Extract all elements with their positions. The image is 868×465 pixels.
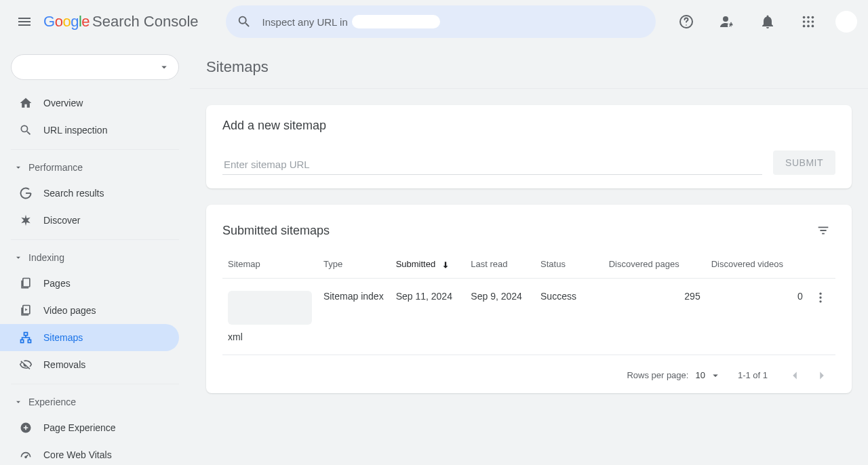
property-selector[interactable] xyxy=(11,54,179,80)
sidebar-item-label: Video pages xyxy=(43,305,96,316)
app-header: Google Search Console Inspect any URL in xyxy=(0,0,868,43)
sidebar-item-label: Discover xyxy=(43,215,80,226)
sidebar-item-label: Core Web Vitals xyxy=(43,449,112,460)
sidebar-item-core-web-vitals[interactable]: Core Web Vitals xyxy=(0,441,179,465)
sidebar-section-indexing[interactable]: Indexing xyxy=(0,245,190,270)
filter-button[interactable] xyxy=(811,218,835,243)
sidebar-item-label: Page Experience xyxy=(43,422,116,433)
sidebar-item-sitemaps[interactable]: Sitemaps xyxy=(0,324,179,351)
cell-discovered-pages: 295 xyxy=(604,278,706,355)
table-row[interactable]: xml Sitemap index Sep 11, 2024 Sep 9, 20… xyxy=(222,278,835,355)
cell-status: Success xyxy=(535,278,604,355)
sidebar-item-label: Sitemaps xyxy=(43,332,83,343)
cell-submitted: Sep 11, 2024 xyxy=(391,278,466,355)
account-avatar[interactable] xyxy=(835,11,857,33)
cell-sitemap: xml xyxy=(222,278,318,355)
prev-page-button[interactable] xyxy=(784,365,806,386)
svg-point-2 xyxy=(803,16,806,19)
svg-point-1 xyxy=(686,24,687,26)
apps-button[interactable] xyxy=(795,8,822,35)
next-page-button[interactable] xyxy=(811,365,833,386)
sidebar-item-discover[interactable]: Discover xyxy=(0,207,179,234)
search-placeholder-prefix: Inspect any URL in xyxy=(262,16,348,28)
col-status[interactable]: Status xyxy=(535,251,604,278)
cell-discovered-videos: 0 xyxy=(706,278,808,355)
main-content: Sitemaps Add a new sitemap SUBMIT Submit… xyxy=(190,43,868,465)
col-submitted[interactable]: Submitted xyxy=(391,251,466,278)
svg-rect-11 xyxy=(23,279,30,287)
asterisk-icon xyxy=(19,214,33,227)
google-g-icon xyxy=(19,186,33,200)
sidebar-item-page-experience[interactable]: Page Experience xyxy=(0,414,179,441)
help-button[interactable] xyxy=(673,8,700,35)
arrow-down-icon xyxy=(441,260,450,270)
notifications-button[interactable] xyxy=(754,8,781,35)
sidebar-item-removals[interactable]: Removals xyxy=(0,351,179,378)
sidebar-item-label: Search results xyxy=(43,188,104,199)
url-inspect-search[interactable]: Inspect any URL in xyxy=(226,5,656,38)
apps-grid-icon xyxy=(801,14,816,29)
page-title: Sitemaps xyxy=(206,43,852,88)
user-settings-button[interactable] xyxy=(713,8,741,35)
hamburger-menu-button[interactable] xyxy=(11,8,38,35)
submit-button[interactable]: SUBMIT xyxy=(773,150,835,175)
svg-point-4 xyxy=(812,16,814,19)
col-discovered-videos[interactable]: Discovered videos xyxy=(706,251,808,278)
table-header-row: Sitemap Type Submitted Last read Status … xyxy=(222,251,835,278)
sitemap-url-redacted xyxy=(228,291,312,325)
product-logo[interactable]: Google Search Console xyxy=(43,13,199,31)
sidebar-section-performance[interactable]: Performance xyxy=(0,155,190,180)
sidebar-item-search-results[interactable]: Search results xyxy=(0,180,179,207)
more-vert-icon xyxy=(814,291,827,304)
svg-point-10 xyxy=(812,25,814,28)
svg-point-6 xyxy=(807,20,810,23)
submitted-sitemaps-card: Submitted sitemaps Sitemap Type Submitte… xyxy=(206,205,852,393)
plus-circle-icon xyxy=(19,421,33,434)
row-actions-button[interactable] xyxy=(808,278,835,355)
sidebar-item-label: Pages xyxy=(43,278,71,289)
add-sitemap-card: Add a new sitemap SUBMIT xyxy=(206,105,852,188)
svg-point-20 xyxy=(819,300,821,302)
chevron-down-icon xyxy=(14,163,23,172)
search-icon xyxy=(237,14,252,29)
home-icon xyxy=(19,96,33,110)
sidebar-item-video-pages[interactable]: Video pages xyxy=(0,297,179,324)
svg-point-8 xyxy=(803,25,806,28)
chevron-left-icon xyxy=(787,368,802,383)
sidebar: Overview URL inspection Performance Sear… xyxy=(0,43,190,465)
svg-point-7 xyxy=(812,20,814,23)
help-icon xyxy=(678,14,694,30)
sidebar-item-pages[interactable]: Pages xyxy=(0,270,179,297)
menu-icon xyxy=(16,14,33,30)
search-icon xyxy=(19,123,33,137)
col-sitemap[interactable]: Sitemap xyxy=(222,251,318,278)
cell-type: Sitemap index xyxy=(318,278,391,355)
video-pages-icon xyxy=(19,304,33,317)
pages-icon xyxy=(19,277,33,290)
sidebar-item-url-inspection[interactable]: URL inspection xyxy=(0,117,179,144)
filter-icon xyxy=(816,223,831,238)
sidebar-item-label: URL inspection xyxy=(43,125,107,136)
svg-point-3 xyxy=(807,16,810,19)
svg-point-9 xyxy=(807,25,810,28)
sidebar-section-experience[interactable]: Experience xyxy=(0,390,190,414)
sidebar-item-overview[interactable]: Overview xyxy=(0,89,179,117)
chevron-right-icon xyxy=(814,368,829,383)
chevron-down-icon xyxy=(14,253,23,262)
rows-per-page-label: Rows per page: xyxy=(627,370,688,380)
svg-rect-13 xyxy=(24,333,28,336)
col-discovered-pages[interactable]: Discovered pages xyxy=(604,251,706,278)
bell-icon xyxy=(760,14,776,30)
sitemap-url-input[interactable] xyxy=(222,155,762,175)
speedometer-icon xyxy=(19,448,33,462)
eye-off-icon xyxy=(19,358,33,371)
sitemaps-table: Sitemap Type Submitted Last read Status … xyxy=(222,251,835,355)
user-gear-icon xyxy=(719,14,735,30)
col-type[interactable]: Type xyxy=(318,251,391,278)
svg-point-18 xyxy=(819,292,821,294)
table-footer: Rows per page: 10 1-1 of 1 xyxy=(222,355,835,386)
card-title: Submitted sitemaps xyxy=(222,224,330,238)
sidebar-item-label: Removals xyxy=(43,359,85,370)
rows-per-page-select[interactable]: 10 xyxy=(695,369,721,382)
col-last-read[interactable]: Last read xyxy=(465,251,535,278)
